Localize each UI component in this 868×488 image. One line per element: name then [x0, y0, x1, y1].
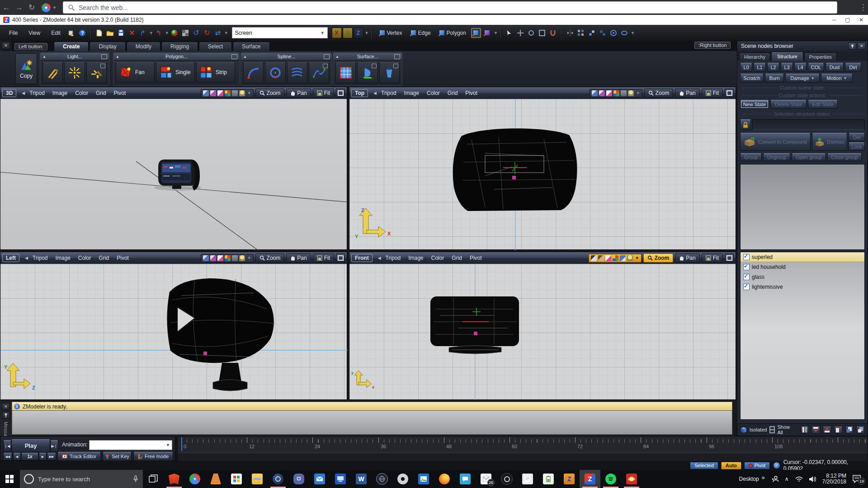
node-checkbox[interactable]	[743, 264, 750, 270]
wireframe-icon[interactable]	[203, 90, 209, 96]
polygon-panel-header[interactable]: ▲ Polygon...	[113, 53, 239, 61]
mic-icon[interactable]	[133, 475, 138, 483]
animation-select[interactable]: ▼	[89, 440, 172, 450]
store-icon[interactable]	[226, 470, 247, 488]
fit-button[interactable]: Fit	[702, 253, 723, 263]
palette-icon[interactable]	[613, 90, 619, 96]
spline-draw-button[interactable]	[309, 62, 329, 83]
move-down-icon[interactable]	[811, 426, 820, 434]
export-icon[interactable]: ↰	[154, 28, 163, 38]
spot-light-button[interactable]	[42, 62, 63, 83]
axis-x-button[interactable]: X	[332, 28, 342, 38]
menu-grid[interactable]: Grid	[99, 255, 109, 261]
browser-forward-icon[interactable]: →	[13, 3, 25, 12]
polygon-mode-button[interactable]: Polygon	[435, 30, 470, 36]
viewport-collapse-icon[interactable]: ◀	[25, 256, 28, 260]
menu-pivot[interactable]: Pivot	[470, 255, 482, 261]
viewport-3d-canvas[interactable]	[0, 99, 347, 249]
file-explorer-icon[interactable]	[247, 470, 268, 488]
bulb-icon[interactable]	[239, 90, 245, 96]
menu-color[interactable]: Color	[75, 90, 88, 96]
spline-circle-button[interactable]	[265, 62, 285, 83]
timeline-ruler[interactable]: 0 12 24 36 48 60 72 84 96 108	[177, 436, 868, 462]
settings-gear-icon[interactable]	[392, 470, 413, 488]
display-tools-dropdown-icon[interactable]: ▼	[247, 256, 251, 260]
lod-l1-button[interactable]: L1	[754, 63, 766, 72]
movies-tv-icon[interactable]	[330, 470, 351, 488]
texture-icon[interactable]	[181, 28, 190, 38]
action-center-icon[interactable]: 19	[853, 474, 863, 484]
free-mode-button[interactable]: Free mode	[133, 452, 173, 461]
shaded-icon[interactable]	[210, 255, 216, 261]
macro-icon[interactable]	[67, 28, 76, 38]
spline-helix-button[interactable]	[287, 62, 307, 83]
node-row-superled[interactable]: superled	[741, 252, 864, 262]
bulb-icon[interactable]	[239, 255, 245, 261]
zoom-button[interactable]: Zoom	[644, 89, 674, 98]
track-editor-button[interactable]: Track Editor	[57, 452, 101, 461]
node-row-glass[interactable]: glass	[741, 272, 864, 282]
step-forward-icon[interactable]: ▶	[39, 453, 47, 460]
play-button[interactable]: Play	[11, 439, 50, 452]
show-all-button[interactable]: Show All	[778, 424, 795, 435]
new-state-button[interactable]: New State	[740, 100, 769, 109]
viewport-top-canvas[interactable]: Z Y X	[349, 99, 736, 249]
redo-icon[interactable]: ↻	[203, 28, 212, 38]
viewport-collapse-icon[interactable]: ◀	[378, 256, 381, 260]
move-up-icon[interactable]	[823, 426, 831, 434]
menu-pivot[interactable]: Pivot	[114, 90, 126, 96]
popout-icon[interactable]	[372, 64, 377, 68]
fit-button[interactable]: Fit	[702, 89, 723, 98]
undo-icon[interactable]: ↺	[192, 28, 201, 38]
edge-mode-button[interactable]: Edge	[406, 30, 435, 36]
panel-split-icon[interactable]	[801, 426, 809, 434]
fit-button[interactable]: Fit	[313, 89, 334, 98]
zmodeler-taskbar-icon[interactable]: Z	[580, 470, 600, 488]
steam-icon[interactable]	[268, 470, 288, 488]
mirror-tool-icon[interactable]	[566, 28, 575, 38]
tab-properties[interactable]: Properties	[804, 52, 837, 61]
light-panel-header[interactable]: ▲ Light...	[40, 53, 109, 61]
import-dropdown-icon[interactable]: ▼	[149, 31, 153, 35]
bulb-icon[interactable]	[628, 90, 634, 96]
palette-icon[interactable]	[225, 255, 231, 261]
lod-dirt-button[interactable]: Dirt	[845, 63, 861, 72]
spline-arc-button[interactable]	[243, 62, 264, 83]
node-checkbox[interactable]	[743, 254, 750, 260]
snap-tool-icon[interactable]	[548, 28, 557, 38]
brave-icon[interactable]	[164, 470, 184, 488]
menu-color[interactable]: Color	[78, 255, 91, 261]
viewport-name-badge[interactable]: Left	[2, 254, 19, 262]
node-checkbox[interactable]	[743, 284, 750, 290]
array-tool-icon[interactable]	[576, 28, 585, 38]
popout-icon[interactable]	[323, 64, 328, 68]
chrome-icon[interactable]	[184, 470, 205, 488]
photos-icon[interactable]	[413, 470, 434, 488]
menu-tripod[interactable]: Tripod	[386, 255, 401, 261]
menu-color[interactable]: Color	[431, 255, 444, 261]
lod-col-button[interactable]: COL	[808, 63, 824, 72]
battery-app-icon[interactable]	[538, 470, 559, 488]
popout-icon[interactable]	[101, 54, 107, 59]
menu-image[interactable]: Image	[408, 255, 423, 261]
menu-file[interactable]: File	[4, 30, 23, 36]
surface-lathe-button[interactable]	[357, 62, 377, 83]
viewport-name-badge[interactable]: 3D	[2, 89, 16, 97]
menu-pivot[interactable]: Pivot	[117, 255, 129, 261]
browser-back-icon[interactable]: ←	[0, 3, 13, 12]
pin-icon[interactable]	[848, 42, 856, 50]
tools-more-icon[interactable]: ▼	[631, 31, 635, 35]
step-back-fast-icon[interactable]: ◀◀	[3, 453, 12, 460]
menu-view[interactable]: View	[23, 30, 46, 36]
close-icon[interactable]: ✕	[858, 42, 866, 50]
display-tools-dropdown-icon[interactable]: ▼	[247, 91, 251, 95]
damage-button[interactable]: Damage▼	[785, 74, 820, 83]
direct-light-button[interactable]	[86, 62, 107, 83]
browser-search-input[interactable]: Search the web...	[63, 1, 837, 14]
axis-y-button[interactable]: Y	[343, 28, 353, 38]
task-view-icon[interactable]	[143, 470, 164, 488]
edit-state-button[interactable]: Edit State	[808, 100, 838, 109]
maximize-viewport-icon[interactable]	[725, 89, 734, 98]
menu-pivot[interactable]: Pivot	[465, 90, 477, 96]
minimize-button[interactable]: ─	[827, 17, 841, 23]
